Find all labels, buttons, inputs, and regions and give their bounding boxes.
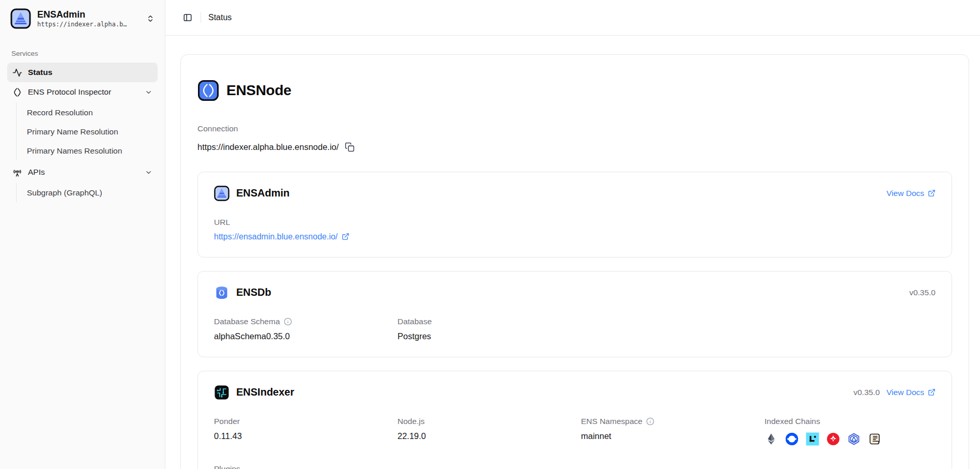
nodejs-value: 22.19.0 — [397, 431, 569, 441]
database-value: Postgres — [397, 331, 569, 341]
ensindexer-card-title: ENSIndexer — [236, 386, 294, 398]
chevrons-up-down-icon — [146, 14, 155, 23]
external-link-icon — [928, 189, 936, 197]
chevron-down-icon — [145, 88, 152, 96]
ens-diamond-icon — [12, 87, 22, 97]
base-icon — [785, 432, 799, 446]
arbitrum-icon — [847, 432, 861, 446]
ensadmin-card: ENSAdmin View Docs — [197, 172, 952, 258]
ensdb-card-icon — [214, 285, 229, 300]
ponder-label: Ponder — [214, 417, 240, 426]
indexed-chains-row — [764, 432, 936, 446]
main-area: Status ENSNode Connection https://indexe… — [165, 0, 980, 469]
chevron-down-icon — [145, 169, 152, 176]
sidebar-item-label: Subgraph (GraphQL) — [27, 188, 102, 198]
ethereum-icon — [764, 432, 778, 446]
radio-tower-icon — [12, 168, 22, 177]
ensadmin-url-text: https://ensadmin.blue.ensnode.io/ — [214, 232, 338, 241]
ensadmin-view-docs-link[interactable]: View Docs — [886, 189, 936, 198]
sidebar-section-label: Services — [7, 50, 158, 57]
app-connection-url: https://indexer.alpha.b… — [37, 21, 127, 28]
ensdb-version: v0.35.0 — [909, 288, 936, 297]
ensindexer-card-icon — [214, 385, 229, 400]
sidebar-item-primary-name-resolution[interactable]: Primary Name Resolution — [22, 122, 158, 141]
ensnode-panel: ENSNode Connection https://indexer.alpha… — [180, 54, 969, 469]
sidebar-item-label: Primary Name Resolution — [27, 127, 118, 137]
plugins-label: Plugins — [214, 464, 240, 469]
plugins-section: Plugins — [214, 464, 936, 469]
view-docs-label: View Docs — [886, 189, 924, 198]
url-field-label: URL — [214, 218, 936, 227]
optimism-icon — [826, 432, 840, 446]
apis-subnav: Subgraph (GraphQL) — [16, 183, 158, 202]
sidebar-item-apis[interactable]: APIs — [7, 162, 158, 182]
namespace-value: mainnet — [581, 431, 752, 441]
ensadmin-card-title: ENSAdmin — [236, 187, 289, 199]
sidebar: ENSAdmin https://indexer.alpha.b… Servic… — [0, 0, 165, 469]
schema-value: alphaSchema0.35.0 — [214, 331, 385, 341]
connection-block: Connection https://indexer.alpha.blue.en… — [197, 124, 952, 152]
ensindexer-card: ENSIndexer v0.35.0 View Docs — [197, 371, 952, 469]
schema-label: Database Schema — [214, 317, 280, 326]
external-link-icon — [928, 388, 936, 396]
sidebar-item-label: Record Resolution — [27, 108, 93, 117]
sidebar-nav: Status ENS Protocol Inspector Record Res… — [7, 63, 158, 202]
inspector-subnav: Record Resolution Primary Name Resolutio… — [16, 103, 158, 160]
breadcrumb: Status — [208, 13, 232, 22]
ensindexer-version: v0.35.0 — [853, 388, 880, 397]
connection-label: Connection — [197, 124, 952, 133]
nodejs-label: Node.js — [397, 417, 425, 426]
chains-label: Indexed Chains — [764, 417, 820, 426]
ensadmin-card-icon — [214, 186, 229, 201]
sidebar-item-status[interactable]: Status — [7, 63, 158, 82]
topbar: Status — [165, 0, 980, 36]
ensadmin-logo-icon — [10, 8, 31, 29]
sidebar-toggle-button[interactable] — [180, 10, 195, 25]
sidebar-item-subgraph-graphql[interactable]: Subgraph (GraphQL) — [22, 183, 158, 202]
namespace-label: ENS Namespace — [581, 417, 642, 426]
view-docs-label: View Docs — [886, 388, 924, 397]
sidebar-item-primary-names-resolution[interactable]: Primary Names Resolution — [22, 141, 158, 160]
connection-url: https://indexer.alpha.blue.ensnode.io/ — [197, 142, 339, 152]
activity-icon — [12, 68, 22, 78]
sidebar-item-label: Primary Names Resolution — [27, 146, 122, 156]
sidebar-item-ens-protocol-inspector[interactable]: ENS Protocol Inspector — [7, 82, 158, 102]
app-title: ENSAdmin — [37, 10, 127, 19]
database-label: Database — [397, 317, 432, 326]
service-cards: ENSAdmin View Docs — [197, 172, 952, 469]
sidebar-item-record-resolution[interactable]: Record Resolution — [22, 103, 158, 122]
sidebar-item-label: Status — [28, 68, 52, 77]
ensindexer-view-docs-link[interactable]: View Docs — [886, 388, 936, 397]
info-icon[interactable] — [284, 317, 292, 326]
ensadmin-url-link[interactable]: https://ensadmin.blue.ensnode.io/ — [214, 232, 936, 241]
copy-icon[interactable] — [345, 142, 355, 152]
linea-icon — [806, 432, 819, 446]
external-link-icon — [342, 233, 349, 240]
ponder-value: 0.11.43 — [214, 431, 385, 441]
ensdb-card: ENSDb v0.35.0 Database Schema — [197, 271, 952, 357]
scroll-icon — [868, 432, 881, 446]
topbar-divider — [201, 12, 201, 23]
connection-selector[interactable]: ENSAdmin https://indexer.alpha.b… — [7, 7, 158, 30]
page-content: ENSNode Connection https://indexer.alpha… — [165, 36, 980, 469]
ensnode-logo-icon — [197, 80, 219, 101]
ensnode-header: ENSNode — [197, 72, 952, 109]
info-icon[interactable] — [646, 417, 654, 426]
ensdb-card-title: ENSDb — [236, 286, 271, 298]
sidebar-item-label: ENS Protocol Inspector — [28, 87, 111, 97]
sidebar-item-label: APIs — [28, 168, 45, 177]
page-title: ENSNode — [226, 82, 291, 99]
